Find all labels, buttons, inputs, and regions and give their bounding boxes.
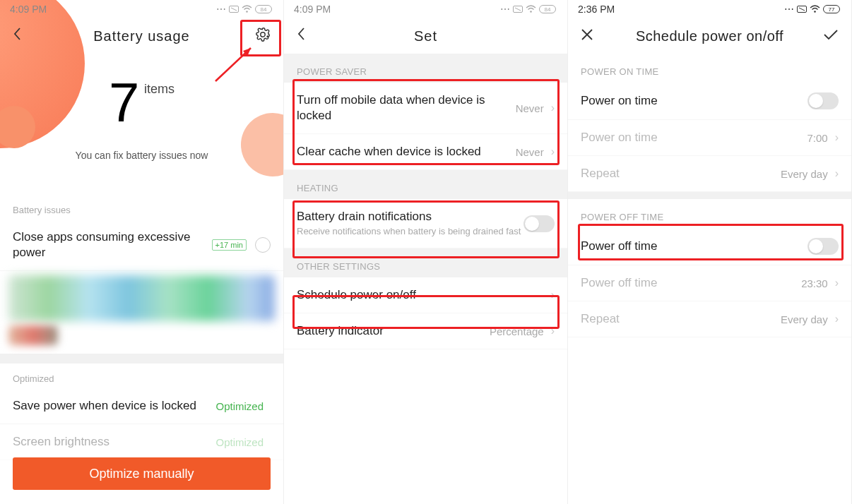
page-title: Set [414, 28, 437, 44]
confirm-button[interactable] [820, 26, 841, 46]
sim-icon [797, 6, 807, 13]
row-value: Percentage [490, 325, 544, 337]
chevron-right-icon: › [835, 167, 839, 180]
chevron-right-icon: › [551, 325, 555, 337]
row-label: Power on time [581, 130, 807, 145]
settings-button[interactable] [252, 24, 273, 48]
row-label: Save power when device is locked [13, 398, 215, 414]
row-value: 7:00 [807, 132, 827, 144]
gear-icon [255, 27, 271, 42]
row-label: Power on time [581, 93, 807, 109]
title-bar: Battery usage [0, 18, 283, 54]
svg-text:77: 77 [829, 6, 835, 13]
back-button[interactable] [10, 24, 24, 48]
row-save-power-locked[interactable]: Save power when device is locked Optimiz… [0, 388, 283, 424]
wifi-icon [526, 5, 536, 13]
chevron-right-icon: › [551, 289, 555, 301]
status-icons: ⋯ 84 [216, 4, 273, 15]
chevron-left-icon [297, 27, 305, 41]
title-bar: Schedule power on/off [568, 18, 851, 54]
row-power-on-time[interactable]: Power on time 7:00 › [568, 120, 851, 156]
sim-icon [513, 6, 523, 13]
row-label: Repeat [581, 311, 781, 327]
row-label: Screen brightness [13, 434, 215, 450]
page-title: Battery usage [93, 28, 189, 44]
section-divider [0, 354, 283, 364]
row-power-on-repeat[interactable]: Repeat Every day › [568, 156, 851, 192]
row-battery-indicator[interactable]: Battery indicator Percentage › [284, 313, 567, 349]
svg-point-9 [530, 11, 532, 13]
screen-set: 4:09 PM ⋯ 84 Set POWER SAVER Turn off mo… [284, 0, 568, 504]
row-label: Battery drain notifications [297, 209, 523, 224]
row-value: Optimized [215, 400, 264, 412]
close-icon [581, 28, 593, 41]
redacted-apps [8, 325, 58, 345]
wifi-icon [242, 5, 252, 13]
optimize-manually-button[interactable]: Optimize manually [13, 457, 271, 490]
row-value: Never [516, 146, 544, 158]
more-icon: ⋯ [216, 4, 226, 15]
screen-battery-usage: 4:09 PM ⋯ 84 Battery usage 7 items You c… [0, 0, 284, 504]
battery-icon: 84 [255, 5, 273, 13]
row-label: Power off time [581, 275, 801, 291]
row-close-apps[interactable]: Close apps consuming excessive power +17… [0, 220, 283, 271]
check-icon [823, 29, 839, 40]
battery-icon: 84 [539, 5, 557, 13]
wifi-icon [810, 5, 820, 13]
row-sublabel: Receive notifications when battery is be… [297, 226, 523, 238]
section-head-other: OTHER SETTINGS [284, 248, 567, 277]
row-label: Repeat [581, 166, 781, 181]
status-icons: ⋯ 77 [784, 4, 841, 15]
row-label: Clear cache when device is locked [297, 144, 516, 160]
chevron-right-icon: › [835, 313, 839, 325]
row-schedule-power[interactable]: Schedule power on/off › [284, 277, 567, 313]
radio-icon[interactable] [255, 237, 271, 253]
status-bar: 4:09 PM ⋯ 84 [284, 0, 567, 18]
row-label: Power off time [581, 239, 807, 254]
section-head-power-saver: POWER SAVER [284, 54, 567, 83]
hero-panel: 7 items You can fix battery issues now [0, 54, 283, 195]
status-bar: 2:36 PM ⋯ 77 [568, 0, 851, 18]
row-power-off-time[interactable]: Power off time 23:30 › [568, 265, 851, 301]
row-power-off-toggle[interactable]: Power off time [568, 228, 851, 265]
svg-text:84: 84 [261, 6, 267, 13]
status-time: 4:09 PM [294, 4, 331, 15]
row-power-on-toggle[interactable]: Power on time [568, 83, 851, 120]
row-battery-drain-notifications[interactable]: Battery drain notifications Receive noti… [284, 199, 567, 248]
row-power-off-repeat[interactable]: Repeat Every day › [568, 301, 851, 337]
more-icon: ⋯ [500, 4, 510, 15]
row-value: Every day [781, 168, 828, 180]
close-button[interactable] [578, 24, 596, 48]
row-mobile-data-off[interactable]: Turn off mobile data when device is lock… [284, 83, 567, 134]
page-title: Schedule power on/off [636, 28, 783, 44]
row-value: Optimized [215, 436, 264, 448]
row-label: Battery indicator [297, 323, 490, 339]
section-head-power-off: POWER OFF TIME [568, 199, 851, 228]
chevron-right-icon: › [835, 131, 839, 144]
section-head-issues: Battery issues [0, 195, 283, 220]
redacted-apps [8, 275, 275, 321]
status-bar: 4:09 PM ⋯ 84 [0, 0, 283, 18]
status-icons: ⋯ 84 [500, 4, 557, 15]
row-screen-brightness[interactable]: Screen brightness Optimized [0, 424, 283, 460]
issue-count-label: items [144, 82, 174, 97]
status-time: 4:09 PM [10, 4, 47, 15]
row-clear-cache[interactable]: Clear cache when device is locked Never … [284, 134, 567, 170]
more-icon: ⋯ [784, 4, 794, 15]
svg-line-8 [515, 8, 521, 11]
toggle-switch[interactable] [807, 238, 839, 255]
toggle-switch[interactable] [523, 215, 555, 232]
back-button[interactable] [294, 24, 308, 48]
row-value: Never [516, 102, 544, 114]
sim-icon [229, 6, 239, 13]
row-label: Close apps consuming excessive power [13, 229, 212, 260]
svg-point-2 [246, 11, 248, 13]
section-head-optimized: Optimized [0, 364, 283, 388]
row-value: 23:30 [801, 277, 828, 289]
toggle-switch[interactable] [807, 92, 839, 109]
svg-line-13 [799, 8, 805, 11]
section-head-heating: HEATING [284, 170, 567, 199]
chevron-right-icon: › [551, 145, 555, 158]
svg-point-14 [814, 11, 816, 13]
issue-count: 7 [109, 75, 139, 130]
